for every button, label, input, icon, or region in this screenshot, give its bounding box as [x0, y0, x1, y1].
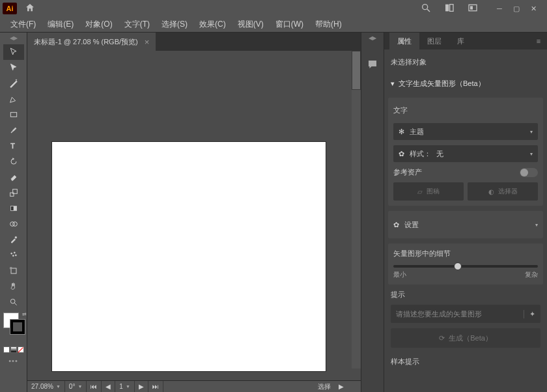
- style-row[interactable]: ✿ 样式： 无 ▾: [393, 145, 538, 162]
- svg-point-23: [10, 299, 15, 303]
- status-bar: 27.08%▼ 0°▼ ⏮ ◀ 1▼ ▶ ⏭ 选择 ▶: [27, 380, 361, 392]
- direct-selection-tool[interactable]: [3, 60, 24, 76]
- generate-button[interactable]: ⟳ 生成（Beta）: [391, 328, 540, 348]
- tab-libraries[interactable]: 库: [449, 33, 472, 49]
- comments-icon[interactable]: [365, 57, 380, 72]
- reference-assets-label: 参考资产: [393, 167, 422, 177]
- menubar: 文件(F) 编辑(E) 对象(O) 文字(T) 选择(S) 效果(C) 视图(V…: [0, 17, 547, 33]
- mid-dock-strip: ◀▶: [361, 33, 384, 392]
- chevron-down-icon: ▾: [530, 151, 533, 157]
- slider-thumb[interactable]: [454, 262, 462, 270]
- svg-rect-3: [450, 5, 453, 12]
- panel-tabs: 属性 图层 库 ≡: [384, 33, 547, 49]
- close-button[interactable]: ✕: [525, 0, 542, 17]
- svg-point-19: [15, 255, 16, 256]
- fill-stroke-swatch[interactable]: ⇄: [2, 313, 25, 336]
- status-caret[interactable]: ▶: [335, 381, 361, 392]
- menu-object[interactable]: 对象(O): [80, 18, 117, 31]
- menu-window[interactable]: 窗口(W): [270, 18, 309, 31]
- selection-tool[interactable]: [3, 44, 24, 60]
- document-tabs: 未标题-1 @ 27.08 % (RGB/预览) ×: [27, 33, 361, 51]
- settings-row[interactable]: ✿ 设置 ▾: [393, 216, 538, 233]
- svg-point-16: [10, 253, 12, 254]
- rotate-field[interactable]: 0°▼: [65, 381, 87, 392]
- document-tab[interactable]: 未标题-1 @ 27.08 % (RGB/预览) ×: [27, 33, 156, 51]
- shape-builder-tool[interactable]: [3, 216, 24, 232]
- gradient-tool[interactable]: [3, 201, 24, 216]
- svg-rect-2: [445, 5, 449, 12]
- prompt-input[interactable]: 请描述您要生成的矢量图形 ✦: [391, 305, 540, 323]
- eyedropper-tool[interactable]: [3, 232, 24, 247]
- theme-dropdown[interactable]: ✻ 主题 ▾: [393, 123, 538, 140]
- menu-type[interactable]: 文字(T): [119, 18, 155, 31]
- svg-point-17: [14, 252, 15, 253]
- tab-properties[interactable]: 属性: [389, 33, 419, 49]
- svg-point-6: [16, 79, 16, 80]
- artboard-nav-next2[interactable]: ⏭: [148, 381, 163, 392]
- menu-help[interactable]: 帮助(H): [310, 18, 347, 31]
- rotate-tool[interactable]: [3, 154, 24, 169]
- svg-point-15: [15, 236, 17, 238]
- home-icon[interactable]: [25, 3, 35, 14]
- menu-edit[interactable]: 编辑(E): [42, 18, 79, 31]
- eraser-tool[interactable]: [3, 169, 24, 185]
- minimize-button[interactable]: ─: [491, 0, 508, 17]
- edit-toolbar-icon[interactable]: •••: [8, 357, 18, 365]
- svg-line-24: [14, 303, 16, 305]
- tab-layers[interactable]: 图层: [419, 33, 449, 49]
- maximize-button[interactable]: ▢: [508, 0, 525, 17]
- artboard-nav-prev[interactable]: ◀: [102, 381, 115, 392]
- svg-point-0: [423, 5, 428, 10]
- magic-wand-tool[interactable]: [3, 76, 24, 91]
- artboard[interactable]: [52, 142, 326, 371]
- scale-tool[interactable]: [3, 185, 24, 201]
- workspace-switcher-icon[interactable]: [444, 3, 455, 14]
- menu-select[interactable]: 选择(S): [156, 18, 193, 31]
- auto-prompt-icon[interactable]: ✦: [524, 310, 535, 318]
- zoom-tool[interactable]: [3, 294, 24, 310]
- color-mode-swatches[interactable]: [3, 346, 24, 353]
- search-icon[interactable]: [421, 3, 431, 14]
- zoom-field[interactable]: 27.08%▼: [27, 381, 65, 392]
- scrollbar-thumb[interactable]: [352, 51, 361, 90]
- sparkle-icon: ✻: [399, 128, 404, 136]
- svg-rect-9: [10, 193, 13, 196]
- document-tab-title: 未标题-1 @ 27.08 % (RGB/预览): [34, 37, 138, 47]
- image-icon: ▱: [417, 188, 423, 195]
- menu-file[interactable]: 文件(F): [5, 18, 41, 31]
- tool-panel: ◀▶ T ⇄ •••: [0, 33, 27, 392]
- settings-label: 设置: [404, 220, 419, 230]
- style-value: 无: [436, 149, 443, 159]
- slider-min-label: 最小: [393, 270, 406, 279]
- pen-tool[interactable]: [3, 91, 24, 107]
- mid-collapse-icon[interactable]: ◀▶: [361, 35, 384, 42]
- picker-button[interactable]: ◐ 选择器: [468, 182, 538, 201]
- canvas-viewport[interactable]: [27, 51, 361, 380]
- artboard-tool[interactable]: [3, 263, 24, 279]
- hand-tool[interactable]: [3, 279, 24, 294]
- image-button[interactable]: ▱ 图稿: [393, 182, 464, 201]
- title-bar: Ai ─ ▢ ✕: [0, 0, 547, 17]
- symbol-sprayer-tool[interactable]: [3, 247, 24, 263]
- menu-effect[interactable]: 效果(C): [194, 18, 231, 31]
- paintbrush-tool[interactable]: [3, 122, 24, 138]
- panel-menu-icon[interactable]: ≡: [530, 37, 547, 45]
- stroke-color-swatch[interactable]: [10, 319, 25, 335]
- panel-collapse-icon[interactable]: ◀▶: [0, 35, 27, 42]
- artboard-number-field[interactable]: 1▼: [115, 381, 135, 392]
- section-text-to-vector[interactable]: ▾ 文字生成矢量图形（Beta）: [391, 75, 540, 92]
- menu-view[interactable]: 视图(V): [232, 18, 269, 31]
- gear-icon: ✿: [399, 150, 404, 158]
- artboard-nav-next[interactable]: ▶: [135, 381, 148, 392]
- canvas-area: 未标题-1 @ 27.08 % (RGB/预览) × 27.08%▼ 0°▼ ⏮…: [27, 33, 361, 392]
- close-tab-icon[interactable]: ×: [145, 37, 150, 47]
- type-tool[interactable]: T: [3, 138, 24, 154]
- rectangle-tool[interactable]: [3, 107, 24, 122]
- vertical-scrollbar[interactable]: [352, 51, 361, 369]
- reference-assets-toggle[interactable]: [520, 168, 538, 177]
- artboard-nav-prev2[interactable]: ⏮: [87, 381, 102, 392]
- detail-slider[interactable]: [393, 265, 538, 268]
- arrange-documents-icon[interactable]: [468, 3, 478, 14]
- swap-fill-stroke-icon[interactable]: ⇄: [22, 311, 27, 317]
- chevron-down-icon: ▾: [535, 222, 538, 228]
